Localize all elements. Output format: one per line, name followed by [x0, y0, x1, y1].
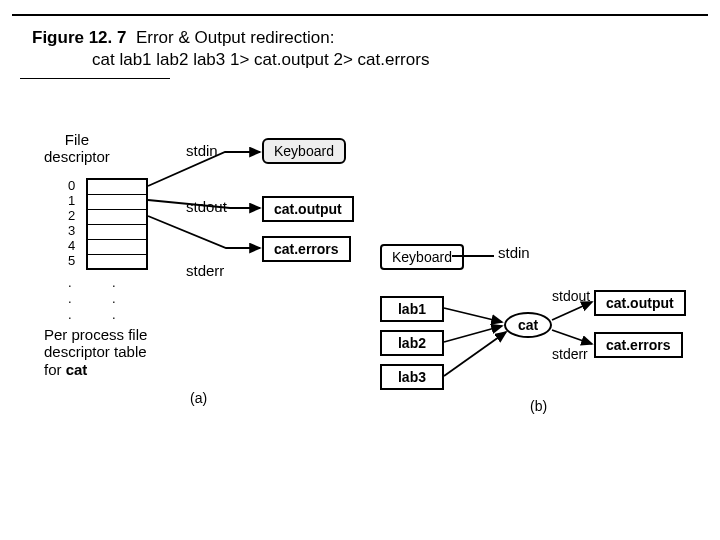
- fd-row: [88, 255, 146, 270]
- fd-row: [88, 195, 146, 210]
- keyboard-box-a: Keyboard: [262, 138, 346, 164]
- fd-row: [88, 225, 146, 240]
- perproc-l2: descriptor table: [44, 343, 147, 360]
- stdin-label-b: stdin: [498, 244, 530, 261]
- fd-num: 4: [68, 238, 75, 253]
- stdout-label-a: stdout: [186, 198, 227, 215]
- fd-heading: File descriptor: [44, 132, 110, 165]
- fd-num: 5: [68, 253, 75, 268]
- fd-num: 0: [68, 178, 75, 193]
- figure-title: Figure 12. 7 Error & Output redirection:: [32, 28, 334, 48]
- fd-row: [88, 210, 146, 225]
- stderr-label-a: stderr: [186, 262, 224, 279]
- cat-errors-box-a: cat.errors: [262, 236, 351, 262]
- stdout-label-b: stdout: [552, 288, 590, 304]
- fd-dots-left: ...: [68, 275, 72, 323]
- fd-num: 3: [68, 223, 75, 238]
- perproc-l1: Per process file: [44, 326, 147, 343]
- per-process-caption: Per process file descriptor table for ca…: [44, 326, 147, 378]
- perproc-cat: cat: [66, 361, 88, 378]
- figure-title-text: Error & Output redirection:: [136, 28, 334, 47]
- fd-num: 2: [68, 208, 75, 223]
- diagram-underline: [20, 78, 170, 79]
- cat-errors-box-b: cat.errors: [594, 332, 683, 358]
- fd-table: [86, 178, 148, 270]
- perproc-l3: for: [44, 361, 66, 378]
- stderr-label-b: stderr: [552, 346, 588, 362]
- fd-heading-line2: descriptor: [44, 148, 110, 165]
- cat-output-box-b: cat.output: [594, 290, 686, 316]
- fd-row: [88, 180, 146, 195]
- keyboard-box-b: Keyboard: [380, 244, 464, 270]
- cat-output-box-a: cat.output: [262, 196, 354, 222]
- cat-oval: cat: [504, 312, 552, 338]
- fd-dots-right: ...: [112, 275, 116, 323]
- part-b-label: (b): [530, 398, 547, 414]
- fd-num: 1: [68, 193, 75, 208]
- figure-command: cat lab1 lab2 lab3 1> cat.output 2> cat.…: [92, 50, 429, 70]
- lab1-box: lab1: [380, 296, 444, 322]
- lab3-box: lab3: [380, 364, 444, 390]
- figure-number: Figure 12. 7: [32, 28, 126, 47]
- lab2-box: lab2: [380, 330, 444, 356]
- fd-row: [88, 240, 146, 255]
- arrows-svg: [0, 0, 720, 540]
- top-rule: [12, 14, 708, 16]
- part-a-label: (a): [190, 390, 207, 406]
- fd-numbers: 0 1 2 3 4 5: [68, 178, 75, 268]
- fd-heading-line1: File: [65, 131, 89, 148]
- stdin-label-a: stdin: [186, 142, 218, 159]
